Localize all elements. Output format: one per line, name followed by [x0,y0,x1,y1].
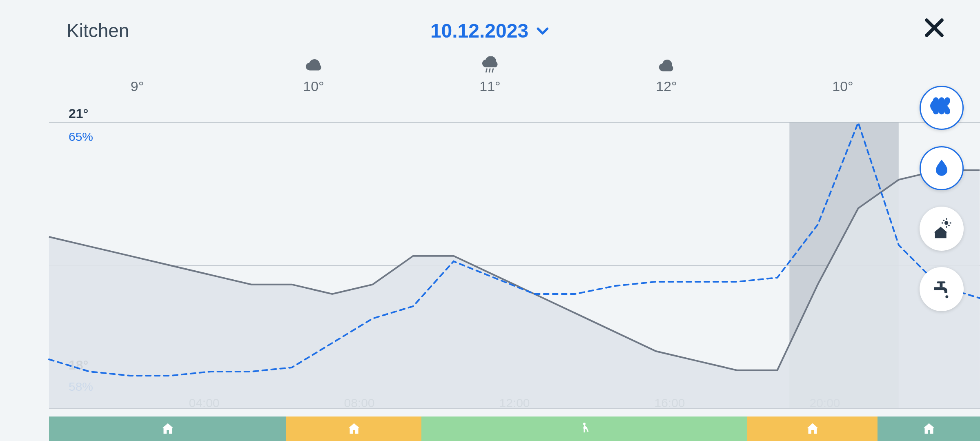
forecast-slot: 10° [814,56,871,94]
home-icon [347,421,361,436]
home-icon [160,421,175,436]
home-icon [805,421,820,436]
heatwave-icon [930,96,953,119]
forecast-temp: 12° [656,78,677,94]
mode-schedule-bar [49,416,980,441]
moon-icon [831,56,855,75]
forecast-temp: 10° [303,78,324,94]
date-picker[interactable]: 10.12.2023 [430,20,550,42]
chevron-down-icon [536,24,550,38]
mode-segment[interactable] [421,416,747,441]
close-button[interactable] [921,15,947,41]
walk-icon [577,421,592,436]
cloud-night-icon [654,56,679,75]
moon-icon [125,56,149,75]
forecast-slot: 9° [109,56,166,94]
home-icon [922,421,936,436]
sun-home-icon [930,217,953,240]
cloud-icon [301,56,326,75]
date-label: 10.12.2023 [430,20,528,42]
forecast-temp: 11° [479,78,500,94]
droplet-icon [930,157,953,180]
close-icon [923,16,946,39]
mode-segment[interactable] [878,416,980,441]
forecast-slot: 10° [285,56,342,94]
rain-icon [478,56,502,75]
forecast-slot: 11° [461,56,519,94]
forecast-temp: 10° [832,78,853,94]
mode-segment[interactable] [286,416,421,441]
side-toggle-buttons [920,86,964,311]
toggle-sun-home[interactable] [920,207,964,251]
axis-temp-max: 21° [69,106,88,121]
chart-area [49,122,980,408]
toggle-heating[interactable] [920,86,964,130]
toggle-hot-water[interactable] [920,267,964,311]
mode-segment[interactable] [49,416,286,441]
forecast-row: 9° 10° 11° 12° 10° [49,56,931,94]
forecast-temp: 9° [131,78,144,94]
mode-segment[interactable] [747,416,878,441]
toggle-humidity[interactable] [920,146,964,190]
room-title: Kitchen [67,20,129,42]
faucet-icon [930,278,953,301]
forecast-slot: 12° [638,56,695,94]
